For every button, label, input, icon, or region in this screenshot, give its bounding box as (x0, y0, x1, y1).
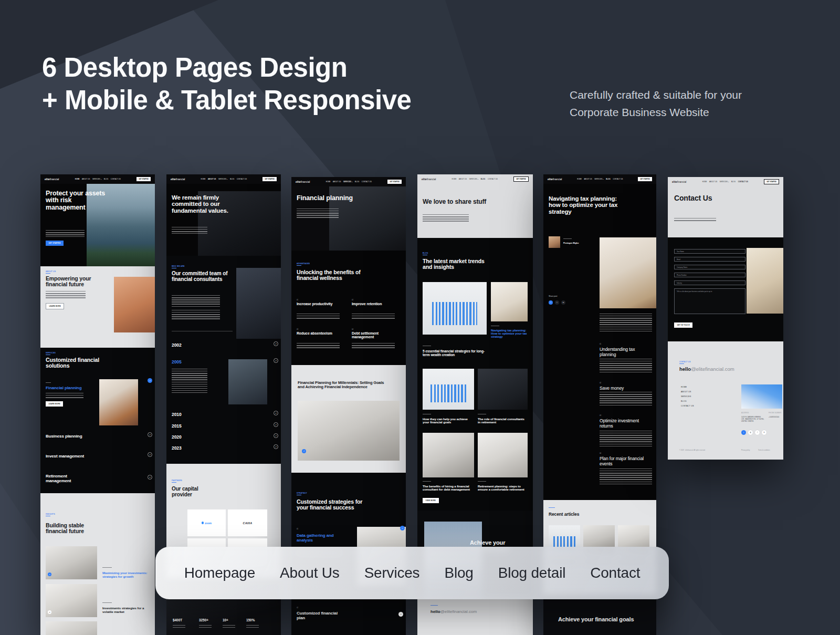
strategy-item-active[interactable]: Data gathering and analysis (297, 533, 345, 543)
nav-get-started-button[interactable]: GET STARTED (513, 176, 529, 182)
post-link[interactable]: 5 essential financial strategies for lon… (423, 349, 486, 357)
nav-contact[interactable]: CONTACT US (111, 179, 121, 180)
company-field[interactable]: Company Name (674, 265, 746, 269)
strategy-item[interactable]: Customized financial plan (297, 611, 345, 620)
arrow-icon[interactable]: ↗ (148, 432, 152, 437)
nav-get-started-button[interactable]: GET STARTED (387, 180, 402, 184)
footer-link-contact[interactable]: CONTACT US (681, 405, 694, 407)
nav-contact[interactable]: CONTACT US (237, 179, 247, 180)
nav-contact[interactable]: CONTACT US (488, 179, 498, 180)
nav-services[interactable]: SERVICES (92, 179, 100, 180)
get-started-button[interactable]: GET STARTED (46, 241, 64, 246)
arrow-icon[interactable]: ↗ (274, 422, 278, 427)
arrow-icon[interactable]: ↗ (148, 475, 152, 480)
nav-blog[interactable]: BLOG (606, 179, 611, 180)
nav-about[interactable]: ABOUT US (709, 181, 717, 183)
privacy-link[interactable]: Privacy policy (741, 450, 750, 451)
arrow-icon[interactable]: ↗ (400, 526, 405, 530)
name-field[interactable]: Your Name (674, 249, 746, 254)
nav-home[interactable]: HOME (452, 179, 457, 180)
email-field[interactable]: Email (674, 257, 746, 262)
nav-home[interactable]: HOME (702, 181, 707, 183)
article-link[interactable]: Maximizing your investments: strategies … (102, 571, 149, 578)
learn-more-button[interactable]: LEARN MORE (46, 303, 64, 309)
twitter-icon[interactable]: t (755, 430, 760, 435)
nav-blog[interactable]: BLOG (481, 179, 486, 180)
timeline-year[interactable]: 2010 (172, 412, 182, 417)
linkedin-icon[interactable]: in (762, 430, 766, 435)
nav-services[interactable]: SERVICES (594, 179, 602, 180)
timeline-year-active[interactable]: 2005 (172, 359, 182, 365)
nav-about[interactable]: ABOUT US (459, 179, 467, 180)
nav-blog[interactable]: BLOG (104, 179, 108, 180)
nav-contact[interactable]: CONTACT US (362, 181, 372, 183)
service-item-retirement-management[interactable]: Retirement management (46, 474, 78, 483)
nav-home[interactable]: HOME (75, 179, 80, 180)
nav-about[interactable]: ABOUT US (584, 179, 592, 180)
post-link[interactable]: Navigating tax planning: How to optimize… (491, 329, 528, 338)
message-field[interactable]: Tell us a bit about your business and wh… (674, 288, 746, 314)
timeline-year[interactable]: 2015 (172, 423, 182, 429)
timeline-year[interactable]: 2002 (172, 342, 182, 348)
post-link[interactable]: Retirement planning: steps to ensure a c… (478, 485, 528, 491)
facebook-icon[interactable]: f (741, 430, 746, 435)
nav-home[interactable]: HOME (577, 179, 582, 180)
service-item-business-planning[interactable]: Business planning (46, 434, 82, 439)
arrow-icon[interactable]: ↗ (274, 433, 278, 438)
nav-get-started-button[interactable]: GET STARTED (638, 177, 652, 181)
nav-blog[interactable]: BLOG (355, 181, 359, 183)
timeline-year[interactable]: 2023 (172, 445, 182, 451)
dock-item-blog[interactable]: Blog (444, 565, 473, 581)
dock-item-homepage[interactable]: Homepage (184, 565, 255, 581)
instagram-icon[interactable]: ig (748, 430, 753, 435)
arrow-icon[interactable]: ↗ (48, 572, 51, 576)
nav-contact[interactable]: CONTACT US (738, 181, 748, 183)
dock-item-contact[interactable]: Contact (590, 565, 640, 581)
phone-field[interactable]: Phone Number (674, 273, 746, 277)
view-more-button[interactable]: VIEW MORE (423, 498, 439, 503)
nav-contact[interactable]: CONTACT US (613, 179, 623, 180)
nav-services[interactable]: SERVICES (720, 181, 728, 183)
arrow-icon[interactable]: ↗ (148, 378, 152, 383)
nav-home[interactable]: HOME (326, 181, 331, 183)
nav-blog[interactable]: BLOG (230, 179, 234, 180)
footer-link-blog[interactable]: BLOG (681, 400, 687, 402)
nav-about[interactable]: ABOUT US (82, 179, 90, 180)
article-link[interactable]: Investments strategies for a volatile ma… (102, 606, 149, 613)
post-link[interactable]: The role of financial consultants in ret… (478, 418, 528, 424)
timeline-year[interactable]: 2020 (172, 434, 182, 440)
nav-services[interactable]: SERVICES (218, 179, 226, 180)
nav-about[interactable]: ABOUT US (208, 179, 216, 180)
industry-field[interactable]: Industry (674, 280, 746, 285)
terms-link[interactable]: Terms & conditions (758, 450, 770, 451)
footer-link-home[interactable]: HOME (681, 386, 687, 388)
nav-services[interactable]: SERVICES (469, 179, 477, 180)
nav-about[interactable]: ABOUT US (333, 181, 341, 183)
arrow-icon[interactable]: ↗ (398, 612, 403, 617)
nav-blog[interactable]: BLOG (731, 181, 736, 183)
service-item-invest-management[interactable]: Invest management (46, 454, 84, 459)
footer-email[interactable]: hello@elitefinancial.com (679, 366, 734, 372)
dock-item-blog-detail[interactable]: Blog detail (498, 565, 566, 581)
arrow-icon[interactable]: ↗ (274, 411, 278, 415)
nav-home[interactable]: HOME (201, 179, 206, 180)
nav-get-started-button[interactable]: GET STARTED (136, 177, 151, 181)
footer-link-services[interactable]: SERVICES (681, 395, 691, 398)
nav-services[interactable]: SERVICES (343, 181, 351, 183)
arrow-icon[interactable]: ↗ (148, 452, 152, 457)
service-item-financial-planning[interactable]: Financial planning (46, 386, 81, 390)
arrow-icon[interactable]: ↗ (302, 449, 306, 453)
footer-email[interactable]: hello@elitefinancial.com (430, 609, 477, 614)
nav-get-started-button[interactable]: GET STARTED (764, 179, 779, 184)
get-in-touch-button[interactable]: GET IN TOUCH (674, 322, 692, 328)
twitter-icon[interactable]: t (555, 300, 559, 305)
learn-more-button[interactable]: LEARN MORE (46, 401, 63, 407)
dock-item-about-us[interactable]: About Us (280, 565, 340, 581)
nav-get-started-button[interactable]: GET STARTED (262, 177, 277, 181)
post-link[interactable]: The benefits of hiring a financial consu… (423, 485, 472, 491)
arrow-icon[interactable]: ↗ (48, 610, 51, 614)
facebook-icon[interactable]: f (549, 300, 553, 305)
footer-link-about[interactable]: ABOUT US (681, 391, 691, 393)
arrow-icon[interactable]: ↗ (274, 444, 278, 449)
linkedin-icon[interactable]: in (561, 300, 565, 305)
